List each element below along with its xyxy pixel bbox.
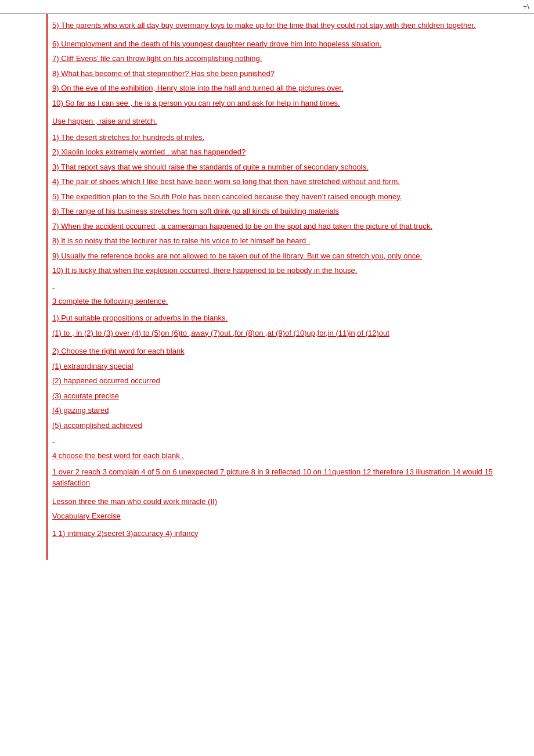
choice-2: (2) happened occurred occurred xyxy=(52,375,517,387)
use-item-1: 1) The desert stretches for hundreds of … xyxy=(52,132,517,143)
item-9: 9) On the eve of the exhibition, Henry s… xyxy=(52,82,517,94)
dash-1: - xyxy=(52,283,517,292)
choice-4: (4) gazing stared xyxy=(52,405,517,416)
choice-5: (5) accomplished achieved xyxy=(52,420,517,431)
vocab-header: Vocabulary Exercise xyxy=(52,510,517,522)
section3-sub2-label: 2) Choose the right word for each blank xyxy=(52,345,517,357)
use-item-6: 6) The range of his business stretches f… xyxy=(52,206,517,217)
use-item-5: 5) The expedition plan to the South Pole… xyxy=(52,191,517,203)
vocab-item: 1 1) intimacy 2)secret 3)accuracy 4) inf… xyxy=(52,528,517,539)
use-item-10: 10) It is lucky that when the explosion … xyxy=(52,265,517,276)
use-item-3: 3) That report says that we should raise… xyxy=(52,161,517,173)
use-item-2: 2) Xiaolin looks extremely worried . wha… xyxy=(52,146,517,158)
item-5: 5) The parents who work all day buy over… xyxy=(52,20,517,31)
top-bar: +\ xyxy=(0,0,534,14)
use-item-4: 4) The pair of shoes which I like best h… xyxy=(52,176,517,188)
section3-header: 3 complete the following sentence. xyxy=(52,296,517,307)
choice-3: (3) accurate precise xyxy=(52,390,517,402)
lesson-title: Lesson three the man who could work mira… xyxy=(52,496,517,507)
left-border xyxy=(46,14,48,560)
top-bar-label: +\ xyxy=(523,2,529,11)
use-item-7: 7) When the accident occurred , a camera… xyxy=(52,221,517,232)
use-item-9: 9) Usually the reference books are not a… xyxy=(52,250,517,262)
choice-1: (1) extraordinary special xyxy=(52,361,517,372)
section-use-header: Use happen , raise and stretch. xyxy=(52,116,517,127)
main-content: 5) The parents who work all day buy over… xyxy=(52,14,517,560)
item-6: 6) Unemployment and the death of his you… xyxy=(52,38,517,50)
item-10: 10) So far as I can see , he is a person… xyxy=(52,98,517,109)
item-7: 7) Cliff Evens’ file can throw light on … xyxy=(52,53,517,64)
section4-header: 4 choose the best word for each blank . xyxy=(52,450,517,462)
use-item-8: 8) It is so noisy that the lecturer has … xyxy=(52,235,517,247)
section4-content: 1 over 2 reach 3 complain 4 of 5 on 6 un… xyxy=(52,466,517,489)
section3-sub1-content: (1) to , in (2) to (3) over (4) to (5)on… xyxy=(52,327,517,339)
dash-2: - xyxy=(52,438,517,447)
item-8: 8) What has become of that stepmother? H… xyxy=(52,68,517,80)
section3-sub1-label: 1) Put suitable propositions or adverbs … xyxy=(52,312,517,324)
